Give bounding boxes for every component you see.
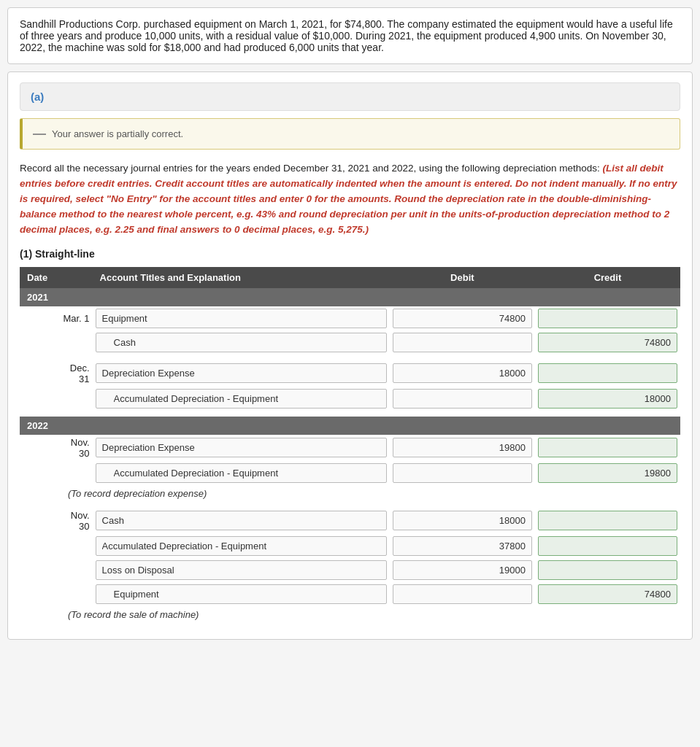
header-debit: Debit bbox=[390, 267, 535, 288]
instruction-part1: Record all the necessary journal entries… bbox=[20, 163, 602, 174]
account-input[interactable] bbox=[96, 333, 387, 352]
debit-input[interactable] bbox=[393, 584, 532, 604]
account-input[interactable] bbox=[96, 363, 387, 383]
header-credit: Credit bbox=[535, 267, 680, 288]
debit-cell[interactable] bbox=[390, 360, 535, 387]
account-cell[interactable] bbox=[93, 360, 390, 387]
credit-input[interactable] bbox=[538, 389, 677, 409]
credit-cell[interactable] bbox=[535, 508, 680, 534]
table-row bbox=[20, 582, 680, 606]
debit-cell[interactable] bbox=[390, 387, 535, 411]
year-row: 2021 bbox=[20, 288, 680, 306]
date-cell bbox=[20, 558, 93, 582]
date-cell bbox=[20, 461, 93, 485]
section-a-label: (a) bbox=[31, 90, 44, 103]
debit-input[interactable] bbox=[393, 511, 532, 530]
date-cell bbox=[20, 387, 93, 411]
account-input[interactable] bbox=[96, 584, 387, 604]
account-input[interactable] bbox=[96, 511, 387, 530]
problem-card: Sandhill Productions Corp. purchased equ… bbox=[7, 7, 693, 64]
date-cell bbox=[20, 330, 93, 355]
table-row bbox=[20, 330, 680, 355]
credit-cell[interactable] bbox=[535, 461, 680, 485]
note-row: (To record the sale of machine) bbox=[20, 606, 680, 623]
credit-input[interactable] bbox=[538, 363, 677, 383]
account-cell[interactable] bbox=[93, 306, 390, 330]
date-cell bbox=[20, 582, 93, 606]
debit-input[interactable] bbox=[393, 536, 532, 556]
account-cell[interactable] bbox=[93, 387, 390, 411]
credit-input[interactable] bbox=[538, 560, 677, 580]
credit-cell[interactable] bbox=[535, 435, 680, 461]
debit-input[interactable] bbox=[393, 333, 532, 352]
debit-input[interactable] bbox=[393, 363, 532, 383]
account-cell[interactable] bbox=[93, 461, 390, 485]
debit-cell[interactable] bbox=[390, 582, 535, 606]
credit-cell[interactable] bbox=[535, 387, 680, 411]
account-input[interactable] bbox=[96, 389, 387, 409]
date-cell: Mar. 1 bbox=[20, 306, 93, 330]
debit-cell[interactable] bbox=[390, 330, 535, 355]
date-cell: Dec.31 bbox=[20, 360, 93, 387]
credit-cell[interactable] bbox=[535, 330, 680, 355]
credit-input[interactable] bbox=[538, 438, 677, 457]
table-row: Nov.30 bbox=[20, 508, 680, 534]
date-cell: Nov.30 bbox=[20, 508, 93, 534]
debit-input[interactable] bbox=[393, 438, 532, 457]
credit-cell[interactable] bbox=[535, 582, 680, 606]
credit-input[interactable] bbox=[538, 584, 677, 604]
credit-input[interactable] bbox=[538, 511, 677, 530]
account-input[interactable] bbox=[96, 438, 387, 457]
account-cell[interactable] bbox=[93, 582, 390, 606]
debit-cell[interactable] bbox=[390, 461, 535, 485]
account-input[interactable] bbox=[96, 536, 387, 556]
account-cell[interactable] bbox=[93, 558, 390, 582]
year-row: 2022 bbox=[20, 417, 680, 435]
debit-cell[interactable] bbox=[390, 534, 535, 558]
instruction-block: Record all the necessary journal entries… bbox=[20, 161, 680, 238]
table-row bbox=[20, 461, 680, 485]
debit-cell[interactable] bbox=[390, 508, 535, 534]
debit-cell[interactable] bbox=[390, 558, 535, 582]
debit-input[interactable] bbox=[393, 463, 532, 483]
table-row: Nov.30 bbox=[20, 435, 680, 461]
debit-input[interactable] bbox=[393, 560, 532, 580]
account-cell[interactable] bbox=[93, 508, 390, 534]
debit-cell[interactable] bbox=[390, 435, 535, 461]
credit-input[interactable] bbox=[538, 333, 677, 352]
journal-table: Date Account Titles and Explanation Debi… bbox=[20, 267, 680, 629]
credit-input[interactable] bbox=[538, 536, 677, 556]
account-input[interactable] bbox=[96, 560, 387, 580]
date-cell bbox=[20, 534, 93, 558]
account-input[interactable] bbox=[96, 309, 387, 328]
debit-input[interactable] bbox=[393, 309, 532, 328]
credit-input[interactable] bbox=[538, 463, 677, 483]
alert-message: Your answer is partially correct. bbox=[52, 128, 183, 139]
credit-cell[interactable] bbox=[535, 534, 680, 558]
account-cell[interactable] bbox=[93, 330, 390, 355]
debit-cell[interactable] bbox=[390, 306, 535, 330]
credit-input[interactable] bbox=[538, 309, 677, 328]
account-cell[interactable] bbox=[93, 435, 390, 461]
table-row bbox=[20, 534, 680, 558]
alert-box: — Your answer is partially correct. bbox=[20, 118, 680, 150]
note-row: (To record depreciation expense) bbox=[20, 485, 680, 502]
account-cell[interactable] bbox=[93, 534, 390, 558]
credit-cell[interactable] bbox=[535, 360, 680, 387]
header-account: Account Titles and Explanation bbox=[93, 267, 390, 288]
section-a-card: (a) — Your answer is partially correct. … bbox=[7, 71, 693, 640]
credit-cell[interactable] bbox=[535, 306, 680, 330]
date-cell: Nov.30 bbox=[20, 435, 93, 461]
table-row: Mar. 1 bbox=[20, 306, 680, 330]
method-label: (1) Straight-line bbox=[20, 248, 680, 260]
credit-cell[interactable] bbox=[535, 558, 680, 582]
problem-text: Sandhill Productions Corp. purchased equ… bbox=[20, 18, 680, 53]
alert-dash-icon: — bbox=[33, 126, 46, 142]
debit-input[interactable] bbox=[393, 389, 532, 409]
section-a-header: (a) bbox=[20, 82, 680, 111]
table-row bbox=[20, 558, 680, 582]
header-date: Date bbox=[20, 267, 93, 288]
account-input[interactable] bbox=[96, 463, 387, 483]
table-row bbox=[20, 387, 680, 411]
table-row: Dec.31 bbox=[20, 360, 680, 387]
